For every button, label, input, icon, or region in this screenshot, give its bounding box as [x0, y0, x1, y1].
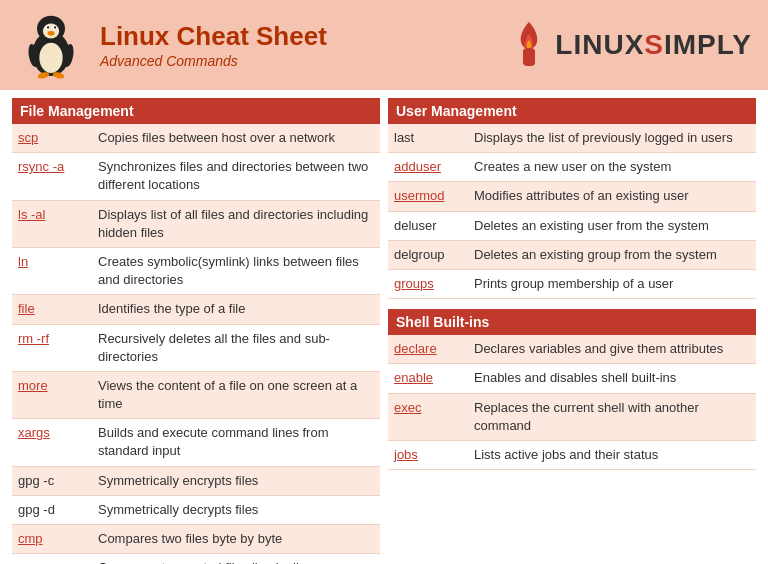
header-title: Linux Cheat Sheet Advanced Commands [100, 21, 327, 68]
table-row: enableEnables and disables shell built-i… [388, 364, 756, 393]
command-desc: Recursively deletes all the files and su… [92, 324, 380, 371]
table-row: scpCopies files between host over a netw… [12, 124, 380, 153]
command-name[interactable]: file [12, 295, 92, 324]
shell-builtins-header: Shell Built-ins [388, 309, 756, 335]
command-name[interactable]: declare [388, 335, 468, 364]
table-row: commCompares two sorted files line by li… [12, 554, 380, 564]
command-name[interactable]: cmp [12, 525, 92, 554]
command-name: gpg -c [12, 466, 92, 495]
table-row: ls -alDisplays list of all files and dir… [12, 200, 380, 247]
left-column: File Management scpCopies files between … [8, 98, 384, 564]
command-name[interactable]: xargs [12, 419, 92, 466]
command-desc: Prints group membership of a user [468, 269, 756, 298]
command-name[interactable]: groups [388, 269, 468, 298]
command-name[interactable]: enable [388, 364, 468, 393]
command-desc: Symmetrically decrypts files [92, 495, 380, 524]
command-desc: Creates symbolic(symlink) links between … [92, 247, 380, 294]
table-row: moreViews the content of a file on one s… [12, 371, 380, 418]
command-desc: Modifies attributes of an existing user [468, 182, 756, 211]
command-desc: Synchronizes files and directories betwe… [92, 153, 380, 200]
table-row: rm -rfRecursively deletes all the files … [12, 324, 380, 371]
command-name: last [388, 124, 468, 153]
command-desc: Creates a new user on the system [468, 153, 756, 182]
header: Linux Cheat Sheet Advanced Commands LINU… [0, 0, 768, 90]
command-name[interactable]: exec [388, 393, 468, 440]
command-desc: Declares variables and give them attribu… [468, 335, 756, 364]
svg-point-7 [54, 26, 56, 28]
svg-point-1 [39, 43, 62, 73]
command-desc: Enables and disables shell built-ins [468, 364, 756, 393]
command-name[interactable]: rm -rf [12, 324, 92, 371]
header-right: LINUXSIMPLY [509, 20, 752, 70]
table-row: adduserCreates a new user on the system [388, 153, 756, 182]
table-row: delgroupDeletes an existing group from t… [388, 240, 756, 269]
command-desc: Deletes an existing user from the system [468, 211, 756, 240]
brand-name: LINUXSIMPLY [555, 29, 752, 61]
file-management-table: scpCopies files between host over a netw… [12, 124, 380, 564]
svg-rect-13 [523, 48, 535, 66]
table-row: rsync -aSynchronizes files and directori… [12, 153, 380, 200]
tux-icon [16, 10, 86, 80]
table-row: execReplaces the current shell with anot… [388, 393, 756, 440]
right-column: User Management lastDisplays the list of… [384, 98, 760, 564]
command-name[interactable]: ls -al [12, 200, 92, 247]
command-name[interactable]: more [12, 371, 92, 418]
command-desc: Displays list of all files and directori… [92, 200, 380, 247]
command-desc: Views the content of a file on one scree… [92, 371, 380, 418]
header-left: Linux Cheat Sheet Advanced Commands [16, 10, 509, 80]
command-desc: Compares two sorted files line by line [92, 554, 380, 564]
table-row: jobsLists active jobs and their status [388, 440, 756, 469]
command-name[interactable]: usermod [388, 182, 468, 211]
table-row: gpg -cSymmetrically encrypts files [12, 466, 380, 495]
table-row: usermodModifies attributes of an existin… [388, 182, 756, 211]
command-name: comm [12, 554, 92, 564]
command-name[interactable]: rsync -a [12, 153, 92, 200]
table-row: lastDisplays the list of previously logg… [388, 124, 756, 153]
command-desc: Deletes an existing group from the syste… [468, 240, 756, 269]
flame-icon [509, 20, 549, 70]
command-name: gpg -d [12, 495, 92, 524]
command-name[interactable]: ln [12, 247, 92, 294]
table-row: groupsPrints group membership of a user [388, 269, 756, 298]
user-management-table: lastDisplays the list of previously logg… [388, 124, 756, 299]
table-row: gpg -dSymmetrically decrypts files [12, 495, 380, 524]
command-desc: Compares two files byte by byte [92, 525, 380, 554]
table-row: deluserDeletes an existing user from the… [388, 211, 756, 240]
svg-point-6 [47, 26, 49, 28]
command-name: delgroup [388, 240, 468, 269]
command-desc: Lists active jobs and their status [468, 440, 756, 469]
table-row: xargsBuilds and execute command lines fr… [12, 419, 380, 466]
subtitle: Advanced Commands [100, 53, 327, 69]
brand-logo: LINUXSIMPLY [509, 20, 752, 70]
table-row: lnCreates symbolic(symlink) links betwee… [12, 247, 380, 294]
command-name[interactable]: scp [12, 124, 92, 153]
main-content: File Management scpCopies files between … [0, 90, 768, 564]
file-management-header: File Management [12, 98, 380, 124]
table-row: declareDeclares variables and give them … [388, 335, 756, 364]
table-row: fileIdentifies the type of a file [12, 295, 380, 324]
table-row: cmpCompares two files byte by byte [12, 525, 380, 554]
shell-builtins-table: declareDeclares variables and give them … [388, 335, 756, 470]
command-name: deluser [388, 211, 468, 240]
command-desc: Copies files between host over a network [92, 124, 380, 153]
svg-point-8 [48, 31, 55, 36]
command-desc: Displays the list of previously logged i… [468, 124, 756, 153]
command-name[interactable]: jobs [388, 440, 468, 469]
command-desc: Builds and execute command lines from st… [92, 419, 380, 466]
command-name[interactable]: adduser [388, 153, 468, 182]
command-desc: Identifies the type of a file [92, 295, 380, 324]
user-management-header: User Management [388, 98, 756, 124]
command-desc: Replaces the current shell with another … [468, 393, 756, 440]
main-title: Linux Cheat Sheet [100, 21, 327, 52]
command-desc: Symmetrically encrypts files [92, 466, 380, 495]
